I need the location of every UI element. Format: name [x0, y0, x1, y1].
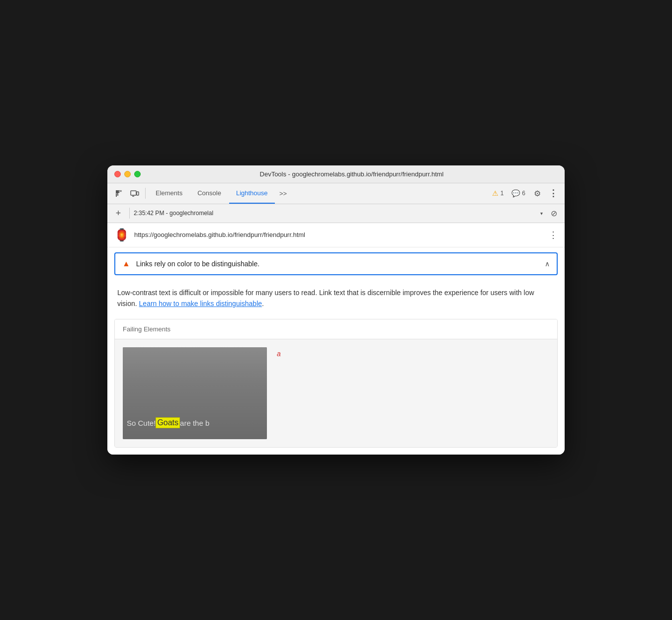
traffic-lights — [114, 171, 141, 177]
title-bar: DevTools - googlechromelabs.github.io/fr… — [107, 165, 565, 183]
failing-elements-body: So Cute! Goats are the b a — [115, 339, 557, 447]
description-text: Low-contrast text is difficult or imposs… — [117, 289, 334, 297]
element-indicator-column: a — [277, 347, 281, 358]
tab-elements[interactable]: Elements — [149, 183, 189, 204]
more-options-button[interactable]: ⋮ — [546, 186, 561, 201]
learn-more-link[interactable]: Learn how to make links distinguishable — [139, 300, 262, 308]
svg-rect-8 — [137, 192, 139, 195]
add-button[interactable]: + — [111, 206, 125, 220]
screenshot-text-after: are the b — [180, 419, 209, 427]
device-toolbar-button[interactable] — [127, 186, 142, 201]
secondary-divider — [129, 208, 130, 219]
audit-item: ▲ Links rely on color to be distinguisha… — [114, 252, 558, 275]
screenshot-text-row: So Cute! Goats are the b — [123, 417, 267, 428]
minimize-button[interactable] — [124, 171, 131, 177]
failing-elements-header: Failing Elements — [115, 319, 557, 339]
dropdown-arrow-icon[interactable]: ▾ — [540, 211, 543, 216]
svg-rect-3 — [116, 194, 117, 197]
clear-button[interactable]: ⊘ — [547, 206, 561, 220]
close-button[interactable] — [114, 171, 121, 177]
settings-button[interactable]: ⚙ — [530, 186, 545, 201]
cursor-icon — [115, 189, 123, 197]
message-badge[interactable]: 💬 6 — [508, 188, 529, 199]
devtools-toolbar: Elements Console Lighthouse >> ⚠ 1 💬 6 ⚙… — [107, 183, 565, 204]
audit-title: Links rely on color to be distinguishabl… — [136, 260, 539, 268]
screenshot-container: So Cute! Goats are the b — [123, 347, 267, 439]
main-content: 🏮 https://googlechromelabs.github.io/fri… — [107, 223, 565, 455]
message-icon: 💬 — [511, 189, 520, 197]
audit-url: https://googlechromelabs.github.io/frien… — [134, 231, 544, 238]
responsive-icon — [130, 189, 139, 197]
timestamp-display: 2:35:42 PM - googlechromelal — [134, 210, 535, 217]
more-tabs-button[interactable]: >> — [276, 186, 291, 201]
chevron-up-icon[interactable]: ∧ — [545, 260, 550, 268]
maximize-button[interactable] — [134, 171, 141, 177]
secondary-toolbar: + 2:35:42 PM - googlechromelal ▾ ⊘ — [107, 204, 565, 223]
audit-description: Low-contrast text is difficult or imposs… — [107, 280, 565, 319]
highlighted-word: Goats — [156, 417, 180, 428]
window-title: DevTools - googlechromelabs.github.io/fr… — [146, 170, 558, 178]
url-more-icon[interactable]: ⋮ — [549, 230, 558, 240]
svg-rect-7 — [131, 191, 136, 195]
element-indicator: a — [277, 348, 281, 358]
tab-console[interactable]: Console — [190, 183, 228, 204]
warning-icon: ⚠ — [492, 189, 499, 197]
audit-header[interactable]: ▲ Links rely on color to be distinguisha… — [115, 253, 557, 274]
url-row: 🏮 https://googlechromelabs.github.io/fri… — [107, 223, 565, 247]
failing-elements-container: Failing Elements So Cute! Goats are the … — [114, 319, 558, 448]
lighthouse-icon: 🏮 — [114, 228, 129, 242]
screenshot-text-before: So Cute! — [127, 419, 156, 427]
audit-warning-icon: ▲ — [122, 259, 130, 268]
devtools-window: DevTools - googlechromelabs.github.io/fr… — [107, 165, 565, 455]
toolbar-divider — [145, 188, 146, 199]
warning-badge[interactable]: ⚠ 1 — [489, 188, 507, 199]
cursor-icon-button[interactable] — [111, 186, 126, 201]
tab-lighthouse[interactable]: Lighthouse — [229, 183, 275, 204]
